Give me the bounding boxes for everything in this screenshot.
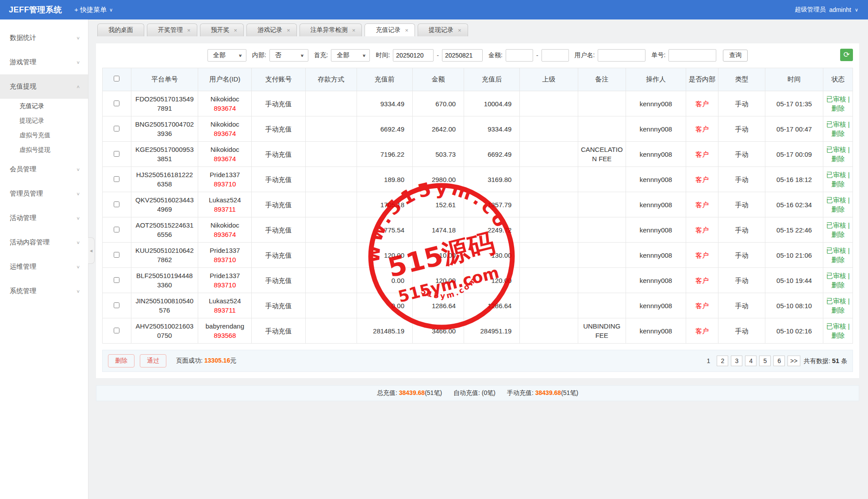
sidebar-item[interactable]: 系统管理∨ <box>0 279 88 303</box>
first-charge-select[interactable]: 全部 ∨ <box>331 49 370 62</box>
deposit-method <box>305 217 357 243</box>
tab-close-icon[interactable]: × <box>352 27 356 33</box>
query-button[interactable]: 查询 <box>723 50 748 62</box>
sidebar-item[interactable]: 充值提现∧ <box>0 74 88 99</box>
pass-button[interactable]: 通过 <box>140 354 166 367</box>
tab-close-icon[interactable]: × <box>234 27 238 33</box>
row-checkbox[interactable] <box>114 126 119 132</box>
amount: 1286.64 <box>412 293 464 318</box>
summary-manual-note: (51笔) <box>561 389 578 396</box>
sidebar-item[interactable]: 管理员管理∨ <box>0 182 88 206</box>
time: 05-17 00:09 <box>765 142 823 167</box>
channel-select[interactable]: 全部 ∨ <box>207 49 246 62</box>
deposit-method <box>305 243 357 268</box>
delete-button[interactable]: 删除 <box>108 354 134 367</box>
sidebar-item-label: 充值提现 <box>10 82 36 91</box>
tab[interactable]: 充值记录× <box>365 23 415 36</box>
sidebar-subitem[interactable]: 提现记录 <box>0 113 88 128</box>
refresh-button[interactable]: ⟳ <box>840 49 853 61</box>
tab[interactable]: 注单异常检测× <box>300 23 362 36</box>
next-pages-button[interactable]: >> <box>787 356 800 366</box>
select-all-checkbox[interactable] <box>114 76 119 81</box>
sidebar-collapse-handle[interactable]: ◂ <box>88 237 95 264</box>
tab-close-icon[interactable]: × <box>187 27 191 33</box>
row-checkbox[interactable] <box>114 328 119 333</box>
time-from-input[interactable] <box>393 49 434 62</box>
row-checkbox[interactable] <box>114 176 119 182</box>
tab[interactable]: 游戏记录× <box>246 23 297 36</box>
action-bar: 删除 通过 页面成功: 13305.16元 123456>> 共有数据: 51 … <box>102 350 853 372</box>
pay-account: 手动充值 <box>252 217 305 243</box>
remark <box>578 116 626 142</box>
sidebar-item[interactable]: 活动管理∨ <box>0 206 88 230</box>
column-header: 操作人 <box>626 68 686 91</box>
user-id: 893674 <box>200 230 250 239</box>
status-approved: 已审核 <box>826 322 846 330</box>
row-checkbox[interactable] <box>114 277 119 283</box>
order-no-label: 单号: <box>651 51 665 59</box>
column-header: 备注 <box>578 68 626 91</box>
amount-min-input[interactable] <box>506 49 533 62</box>
sidebar-item[interactable]: 运维管理∨ <box>0 255 88 279</box>
type: 手动 <box>718 91 765 116</box>
sidebar-item[interactable]: 会员管理∨ <box>0 157 88 182</box>
parent-agent <box>520 167 578 192</box>
row-checkbox[interactable] <box>114 252 119 258</box>
pay-account: 手动充值 <box>252 192 305 217</box>
page-total-unit: 元 <box>230 357 236 364</box>
sidebar-subitem[interactable]: 充值记录 <box>0 99 88 113</box>
page-button[interactable]: 3 <box>731 356 742 366</box>
column-header: 状态 <box>823 68 853 91</box>
tab[interactable]: 开奖管理× <box>147 23 197 36</box>
deposit-method <box>305 268 357 293</box>
sidebar-item[interactable]: 活动内容管理∨ <box>0 230 88 255</box>
tab-close-icon[interactable]: × <box>458 27 461 33</box>
time-to-input[interactable] <box>442 49 483 62</box>
column-header: 是否内部 <box>686 68 718 91</box>
username: Lukasz524 <box>200 195 250 205</box>
time: 05-15 22:46 <box>765 217 823 243</box>
remark <box>578 91 626 116</box>
is-internal: 客户 <box>686 318 718 344</box>
sidebar-item[interactable]: 数据统计∨ <box>0 26 88 50</box>
amount-max-input[interactable] <box>542 49 569 62</box>
deposit-method <box>305 116 357 142</box>
user-id: 893711 <box>200 306 250 315</box>
row-checkbox[interactable] <box>114 101 119 106</box>
is-internal: 客户 <box>686 91 718 116</box>
page-button[interactable]: 6 <box>773 356 785 366</box>
tab[interactable]: 提现记录× <box>418 23 468 36</box>
records-total-count: 51 <box>832 357 839 364</box>
page-button[interactable]: 2 <box>717 356 728 366</box>
status-cell: 已审核 | 删除 <box>823 217 853 243</box>
status-cell: 已审核 | 删除 <box>823 91 853 116</box>
sidebar-item[interactable]: 游戏管理∨ <box>0 50 88 74</box>
user-menu[interactable]: 超级管理员 adminht ∨ <box>795 6 868 14</box>
username-input[interactable] <box>598 49 645 62</box>
internal-select[interactable]: 否 ∨ <box>269 49 308 62</box>
page-button[interactable]: 5 <box>759 356 771 366</box>
tab[interactable]: 我的桌面 <box>97 23 144 36</box>
page-button[interactable]: 4 <box>745 356 757 366</box>
page-button[interactable]: 1 <box>703 356 714 366</box>
row-checkbox[interactable] <box>114 201 119 207</box>
tab-close-icon[interactable]: × <box>287 27 290 33</box>
row-checkbox[interactable] <box>114 151 119 157</box>
tab-close-icon[interactable]: × <box>405 27 408 33</box>
chevron-left-icon: ◂ <box>90 248 92 254</box>
balance-before: 7196.22 <box>357 142 412 167</box>
records-table: 平台单号用户名(ID)支付账号存款方式充值前金额充值后上级备注操作人是否内部类型… <box>102 68 853 344</box>
filter-bar: 全部 ∨ 内部: 否 ∨ 首充: 全部 ∨ 时间: - 金额: <box>96 43 859 67</box>
sidebar-subitem[interactable]: 虚拟号充值 <box>0 128 88 143</box>
tab[interactable]: 预开奖× <box>200 23 244 36</box>
summary-auto: 自动充值: (0笔) <box>453 389 495 397</box>
operator: kennny008 <box>626 192 686 217</box>
sidebar: 数据统计∨游戏管理∨充值提现∧充值记录提现记录虚拟号充值虚拟号提现会员管理∨管理… <box>0 19 88 499</box>
row-checkbox[interactable] <box>114 227 119 232</box>
first-charge-select-value: 全部 <box>337 51 349 59</box>
sidebar-subitem[interactable]: 虚拟号提现 <box>0 143 88 157</box>
order-no-input[interactable] <box>668 49 716 62</box>
time: 05-10 21:06 <box>765 243 823 268</box>
quick-menu-button[interactable]: + 快捷菜单 ∨ <box>74 6 113 14</box>
row-checkbox[interactable] <box>114 302 119 308</box>
